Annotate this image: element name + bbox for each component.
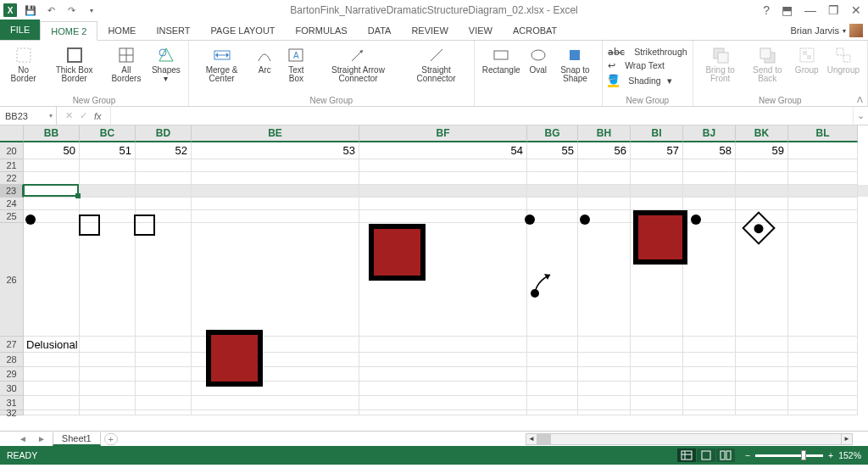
cell[interactable] [683, 172, 736, 185]
cell[interactable] [578, 410, 631, 415]
restore-icon[interactable]: ❐ [828, 3, 839, 17]
cell[interactable] [136, 185, 192, 198]
cell[interactable] [683, 185, 736, 198]
cell[interactable] [788, 159, 858, 172]
cell[interactable] [631, 410, 683, 415]
cell[interactable] [736, 382, 788, 396]
cell[interactable] [736, 159, 788, 172]
tab-review[interactable]: REVIEW [401, 21, 458, 40]
tab-view[interactable]: VIEW [459, 21, 503, 40]
cell[interactable] [192, 382, 359, 396]
cell[interactable] [736, 172, 788, 185]
help-icon[interactable]: ? [763, 3, 770, 17]
tab-insert[interactable]: INSERT [146, 21, 200, 40]
cell[interactable] [136, 353, 192, 367]
cell[interactable] [527, 172, 578, 185]
cell[interactable] [631, 172, 683, 185]
cell[interactable] [80, 210, 136, 223]
cell[interactable] [578, 337, 631, 353]
cell[interactable] [578, 198, 631, 210]
spreadsheet-grid[interactable]: BBBCBDBEBFBGBHBIBJBKBL 20212223242526272… [0, 125, 868, 431]
cell[interactable] [359, 410, 527, 415]
cell[interactable] [683, 382, 736, 396]
cell[interactable] [136, 367, 192, 382]
cell[interactable] [80, 172, 136, 185]
cell[interactable]: 55 [527, 142, 578, 159]
cell[interactable] [24, 198, 80, 210]
shading-button[interactable]: 🪣 Shading ▾ [608, 73, 687, 88]
cell[interactable] [80, 198, 136, 210]
column-header[interactable]: BB [24, 125, 80, 142]
cell[interactable]: 54 [359, 142, 527, 159]
tab-home[interactable]: HOME [97, 21, 146, 40]
cell[interactable] [136, 382, 192, 396]
cell[interactable]: 50 [24, 142, 80, 159]
cell[interactable] [80, 367, 136, 382]
cell[interactable] [578, 159, 631, 172]
cell[interactable] [527, 210, 578, 223]
cell[interactable] [683, 337, 736, 353]
row-header[interactable]: 24 [0, 198, 24, 210]
cell[interactable]: 52 [136, 142, 192, 159]
cell[interactable] [359, 210, 527, 223]
sheet-nav-prev-icon[interactable]: ◄ [15, 434, 31, 443]
cell[interactable] [80, 410, 136, 415]
cell[interactable]: 56 [578, 142, 631, 159]
cell[interactable] [683, 159, 736, 172]
normal-view-icon[interactable] [677, 448, 696, 462]
cell[interactable] [24, 210, 80, 223]
cell[interactable] [80, 396, 136, 410]
cell[interactable] [24, 367, 80, 382]
zoom-slider[interactable] [755, 454, 823, 457]
cell[interactable] [359, 223, 527, 337]
row-header[interactable]: 30 [0, 382, 24, 396]
cell[interactable] [192, 172, 359, 185]
snap-to-shape-button[interactable]: Snap to Shape [554, 44, 598, 85]
cell[interactable] [527, 382, 578, 396]
rectangle-button[interactable]: Rectangle [480, 44, 523, 76]
page-break-view-icon[interactable] [716, 448, 735, 462]
sheet-tab[interactable]: Sheet1 [53, 432, 101, 446]
cell[interactable] [359, 198, 527, 210]
cell[interactable] [192, 396, 359, 410]
redo-icon[interactable]: ↷ [64, 3, 78, 17]
cell[interactable] [631, 198, 683, 210]
cell[interactable] [527, 353, 578, 367]
cell[interactable] [578, 353, 631, 367]
row-header[interactable]: 28 [0, 353, 24, 367]
cell[interactable] [736, 223, 788, 337]
qat-customize-icon[interactable]: ▾ [85, 3, 98, 17]
cell[interactable] [683, 210, 736, 223]
cell[interactable] [683, 396, 736, 410]
column-header[interactable]: BI [631, 125, 683, 142]
cell[interactable] [24, 410, 80, 415]
cell[interactable] [527, 410, 578, 415]
merge-center-button[interactable]: Merge & Center [194, 44, 249, 85]
cell[interactable] [192, 185, 359, 198]
formula-input[interactable] [110, 107, 853, 125]
column-header[interactable]: BL [788, 125, 858, 142]
cancel-formula-icon[interactable]: ✕ [65, 110, 73, 121]
cell[interactable] [631, 367, 683, 382]
tab-file[interactable]: FILE [0, 20, 40, 40]
cell[interactable] [527, 159, 578, 172]
cell[interactable] [788, 210, 858, 223]
cell[interactable] [788, 223, 858, 337]
row-header[interactable]: 29 [0, 367, 24, 382]
zoom-level[interactable]: 152% [838, 450, 861, 460]
cell[interactable] [788, 353, 858, 367]
cell[interactable] [24, 382, 80, 396]
strikethrough-button[interactable]: a̶b̶c̶ Strikethrough [608, 46, 687, 58]
zoom-out-button[interactable]: − [745, 450, 750, 460]
save-icon[interactable]: 💾 [24, 3, 37, 17]
insert-function-icon[interactable]: fx [94, 111, 102, 121]
column-header[interactable]: BJ [683, 125, 736, 142]
cell[interactable] [736, 198, 788, 210]
no-border-button[interactable]: No Border [5, 44, 42, 85]
cell[interactable]: 57 [631, 142, 683, 159]
all-borders-button[interactable]: All Borders [107, 44, 146, 85]
column-header[interactable]: BF [359, 125, 527, 142]
cell[interactable] [631, 396, 683, 410]
tab-page-layout[interactable]: PAGE LAYOUT [201, 21, 286, 40]
cell[interactable]: 59 [736, 142, 788, 159]
